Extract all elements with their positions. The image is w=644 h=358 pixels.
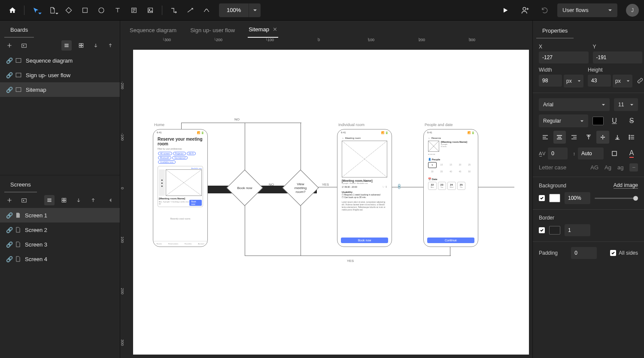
- sort-desc-icon[interactable]: [91, 40, 101, 51]
- align-right-icon[interactable]: [568, 131, 580, 144]
- screen-individual-room[interactable]: Individual room 9:41📶 🔋 ← Meeting room […: [337, 129, 392, 247]
- screen-people-date[interactable]: People and date 9:41📶 🔋 ← Reserve [Meeti…: [423, 129, 478, 247]
- align-left-icon[interactable]: [539, 131, 552, 144]
- link-dimensions-icon[interactable]: [637, 77, 644, 87]
- text-color[interactable]: [592, 117, 604, 125]
- background-label: Background: [539, 183, 566, 189]
- textcolor-a-icon[interactable]: A: [625, 147, 638, 160]
- sort-asc-icon[interactable]: [88, 195, 98, 205]
- y-input[interactable]: [593, 51, 643, 63]
- case-title[interactable]: Ag: [605, 164, 611, 171]
- board-icon: [15, 72, 21, 78]
- bounds-icon[interactable]: [608, 147, 621, 160]
- allsides-checkbox[interactable]: [610, 250, 616, 256]
- canvas[interactable]: NO NO YES YES Home 9:41📶 🔋 Reserve your …: [133, 50, 529, 355]
- list-view-icon[interactable]: [44, 195, 55, 205]
- add-board-icon[interactable]: [4, 40, 15, 51]
- play-icon[interactable]: [498, 3, 513, 18]
- rect-tool[interactable]: [78, 3, 92, 18]
- width-unit[interactable]: px: [564, 75, 583, 87]
- file-icon: [15, 256, 21, 262]
- case-lower[interactable]: ag: [617, 164, 623, 171]
- border-color-swatch[interactable]: [549, 226, 560, 235]
- valign-top-icon[interactable]: [582, 131, 595, 144]
- screen-item[interactable]: 🔗Screen 2: [0, 223, 120, 237]
- decision-booknow[interactable]: Book now: [227, 170, 263, 206]
- bg-opacity-input[interactable]: [565, 192, 590, 204]
- bg-color-swatch[interactable]: [549, 194, 560, 202]
- sort-asc-icon[interactable]: [105, 40, 115, 51]
- circle-tool[interactable]: [94, 3, 109, 18]
- screen-item[interactable]: 🔗Screen 3: [0, 237, 120, 252]
- strikethrough-icon[interactable]: S: [625, 114, 638, 127]
- height-input[interactable]: [588, 75, 611, 87]
- board-icon: [15, 58, 21, 63]
- border-enabled-checkbox[interactable]: [539, 227, 545, 233]
- valign-bottom-icon[interactable]: [611, 131, 624, 144]
- select-tool[interactable]: [29, 3, 43, 18]
- opacity-slider[interactable]: [595, 198, 638, 199]
- screen-item[interactable]: 🔗Screen 4: [0, 252, 120, 266]
- border-label: Border: [539, 215, 554, 221]
- screen-item-active[interactable]: 🔗Screen 1: [0, 208, 120, 223]
- font-select[interactable]: Arial: [539, 98, 610, 111]
- project-menu[interactable]: User flows: [557, 3, 617, 17]
- height-unit[interactable]: px: [613, 75, 632, 87]
- board-icon: [15, 87, 21, 92]
- fontsize-select[interactable]: 11: [614, 98, 638, 111]
- fontweight-select[interactable]: Regular: [539, 114, 588, 127]
- x-input[interactable]: [539, 51, 589, 63]
- tab-sequence[interactable]: Sequence diagram: [129, 23, 177, 38]
- properties-title: Properties: [536, 23, 574, 39]
- screens-title: Screens: [4, 177, 37, 193]
- kerning-input[interactable]: [548, 147, 568, 159]
- collapse-icon[interactable]: [105, 195, 115, 205]
- border-width-input[interactable]: [565, 224, 590, 236]
- underline-icon[interactable]: U: [608, 114, 621, 127]
- screen-home[interactable]: Home 9:41📶 🔋 Reserve your meeting room F…: [153, 129, 208, 247]
- add-screen-icon[interactable]: [4, 195, 15, 205]
- tab-signup[interactable]: Sign up- user flow: [189, 23, 236, 38]
- link-connector-icon: 🔗: [396, 184, 402, 190]
- align-center-icon[interactable]: [553, 131, 566, 144]
- decision-viewroom[interactable]: View meeting room?: [283, 170, 319, 206]
- board-item[interactable]: 🔗Sequence diagram: [0, 53, 120, 68]
- elbow-connector-tool[interactable]: [167, 3, 181, 18]
- new-folder-icon[interactable]: [19, 40, 29, 51]
- file-filled-icon: [15, 212, 21, 218]
- curve-connector-tool[interactable]: [199, 3, 214, 18]
- zoom-select[interactable]: 100%: [219, 3, 261, 17]
- link-icon: 🔗: [6, 256, 11, 262]
- lineheight-input[interactable]: [578, 147, 604, 159]
- diamond-tool[interactable]: [61, 3, 76, 18]
- sort-desc-icon[interactable]: [73, 195, 84, 205]
- svg-rect-8: [82, 43, 83, 45]
- grid-view-icon[interactable]: [59, 195, 69, 205]
- padding-input[interactable]: [571, 247, 597, 259]
- bg-enabled-checkbox[interactable]: [539, 195, 545, 201]
- svg-rect-0: [83, 8, 88, 12]
- home-icon[interactable]: [5, 3, 20, 18]
- line-connector-tool[interactable]: [183, 3, 197, 18]
- image-tool[interactable]: [143, 3, 158, 18]
- undo-icon[interactable]: [538, 3, 552, 18]
- width-input[interactable]: [539, 75, 562, 87]
- list-icon[interactable]: [625, 131, 638, 144]
- text-tool[interactable]: [110, 3, 125, 18]
- grid-view-icon[interactable]: [76, 40, 86, 51]
- add-user-icon[interactable]: [518, 3, 532, 18]
- page-tool[interactable]: [45, 3, 60, 18]
- board-item[interactable]: 🔗Sign up- user flow: [0, 68, 120, 82]
- list-view-icon[interactable]: [61, 40, 72, 51]
- paragraph-tool[interactable]: [127, 3, 141, 18]
- board-item-active[interactable]: 🔗Sitemap: [0, 82, 120, 97]
- screen-folder-icon[interactable]: [19, 195, 29, 205]
- svg-point-21: [629, 138, 630, 139]
- case-upper[interactable]: AG: [590, 164, 598, 171]
- close-tab-icon[interactable]: ✕: [273, 26, 277, 33]
- case-none[interactable]: −: [629, 163, 638, 171]
- valign-middle-icon[interactable]: [596, 131, 609, 144]
- avatar[interactable]: J: [626, 4, 639, 17]
- add-image-link[interactable]: Add image: [614, 182, 638, 189]
- tab-sitemap[interactable]: Sitemap✕: [248, 22, 278, 38]
